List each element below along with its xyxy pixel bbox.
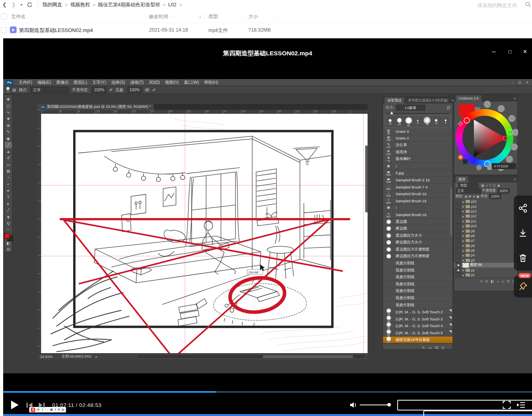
ps-menu-item[interactable]: 编辑(E) [37,80,51,85]
layers-footer-icon[interactable]: ◑ [497,279,499,283]
ps-tool[interactable]: T [5,194,12,201]
ps-tool[interactable]: ◉ [5,135,12,142]
visibility-toggle[interactable] [455,224,461,228]
expand-caret-icon[interactable]: ▶ [462,244,464,247]
brush-list-item[interactable]: 我是分割线 [383,295,453,302]
brush-list-item[interactable]: 柔边圆压力不透明度 [383,246,453,253]
brush-list-item[interactable]: 我是分割线 [383,302,453,309]
brush-list-item[interactable]: 80 (c)R. M. - G. S. Soft Touch 5 [383,329,453,337]
layer-fill-value[interactable]: 100% [489,194,501,199]
layers-footer-icon[interactable]: ▱ [502,279,504,283]
layers-footer-icon[interactable]: ⚯ [480,279,483,283]
brush-list-item[interactable]: 柔边圆 [383,218,453,226]
brush-list-item[interactable]: 640 Sampled Brush 19 [383,198,453,205]
layer-name[interactable]: 图层 59 [470,263,482,267]
ps-tool[interactable]: ╱ [5,142,12,149]
expand-caret-icon[interactable]: ▶ [462,230,464,232]
airbrush-icon[interactable]: ✐ [145,88,149,92]
layer-row[interactable]: ▶ p1 [454,273,517,277]
screen-mode-icon[interactable]: ⊡ [5,246,12,252]
ps-close-icon[interactable]: ✕ [526,81,529,85]
pin-icon[interactable] [518,281,528,292]
ps-restore-icon[interactable]: ⊡ [518,81,521,85]
ps-menu-item[interactable]: 文件(F) [19,80,32,85]
tab-brush-library[interactable]: 灵华西方画笔5.0 (经济版) [405,97,451,104]
layer-filter-icon[interactable]: ▢ [493,184,496,187]
opacity-pressure-icon[interactable]: ✐ [109,88,113,92]
brush-list-item[interactable]: ! [383,163,453,170]
brush-size-preset[interactable]: 26 [423,116,432,128]
quick-mask-icon[interactable]: ◧ [5,240,12,246]
visibility-toggle[interactable] [455,219,461,224]
playlist-icon[interactable] [516,401,526,408]
visibility-toggle[interactable] [455,214,461,218]
more-tools-icon[interactable]: ⋯ [5,226,12,232]
layer-name[interactable]: p9 [471,229,475,233]
layers-footer-icon[interactable]: ⊡ [507,279,509,283]
brush-list-scrollbar[interactable] [450,188,452,235]
ps-menu-item[interactable]: 帮助(H) [204,80,219,85]
tab-layers[interactable]: 图层 [456,176,468,183]
brush-list-item[interactable]: 997 Sampled Brush 18 [383,211,453,218]
flow-select[interactable]: 100% [127,87,142,93]
mark-button[interactable]: 标记NEW [397,400,532,410]
layer-row[interactable]: ◉ 图层 59 [454,263,517,267]
layer-row[interactable]: ▶ p5 [454,248,517,253]
next-button[interactable] [38,402,45,408]
expand-caret-icon[interactable]: ▶ [462,234,464,237]
brush-list-item[interactable]: 硬边圆压力大小 [383,239,453,247]
brush-list-item[interactable]: 我是分割线 [383,260,453,267]
ps-tool[interactable]: ◔ [5,174,12,181]
doc-hscrollbar[interactable] [138,355,364,358]
brush-size-value[interactable]: 14像素 [396,105,425,111]
breadcrumb-item[interactable]: 顾佳艺第4期基础色彩造型班 [98,2,160,8]
tab-coolorus[interactable]: Coolorus 2.5 [456,95,481,102]
ps-menu-item[interactable]: 3D(D) [149,80,160,85]
ps-tool[interactable]: ▭ [5,161,12,168]
layer-name[interactable]: p4 [471,253,475,257]
select-all-checkbox[interactable] [1,13,7,19]
back-icon[interactable]: ❮ [2,0,7,9]
refresh-icon[interactable] [27,2,32,8]
brush-list-item[interactable]: ! [383,205,453,212]
speed-button[interactable]: 倍速NEW [423,410,532,416]
brush-size-preset[interactable]: 11 [432,116,441,128]
brush-size-preset[interactable]: 14 [385,116,394,128]
brush-list-item[interactable]: 134 Grass 4 [383,135,453,142]
visibility-toggle[interactable] [455,273,461,277]
ps-menu-item[interactable]: 图层(L) [74,80,87,85]
brush-list-item[interactable]: 硬边圆压力不透明度 [383,253,453,260]
search-input[interactable]: 搜索我的网盘文件 [477,2,517,9]
blend-mode-select[interactable]: 正常 [30,87,69,93]
brush-size-preset[interactable]: 8 [441,116,450,128]
share-icon[interactable] [518,203,528,213]
expand-caret-icon[interactable]: ▶ [462,210,464,213]
volume-slider[interactable] [360,405,391,405]
column-modified-time[interactable]: 修改时间 [149,13,168,20]
maximize-button[interactable]: □ [508,49,511,55]
ps-menu-item[interactable]: 选择(S) [111,80,125,85]
visibility-toggle[interactable]: ◉ [455,263,461,267]
layers-menu-icon[interactable]: ≡ [514,177,516,181]
toggle-brush-panel-icon[interactable]: ▤ [12,88,16,92]
ps-tool[interactable]: ❖ [5,116,12,122]
visibility-toggle[interactable] [455,253,461,258]
layer-filter-icon[interactable]: ◉ [497,184,500,187]
file-row[interactable]: 第四期造型基础LESSON02.mp4 2021-05-31 14:18 mp4… [0,23,532,38]
expand-caret-icon[interactable]: ▶ [462,249,464,252]
layer-name[interactable]: p2 [471,268,475,272]
ps-tool[interactable]: ▸ [5,200,12,207]
ps-tool[interactable]: ⊞ [5,122,12,129]
minimize-button[interactable]: ─ [492,49,496,55]
ps-tool[interactable]: ▢ [5,103,12,109]
play-button[interactable] [11,401,19,409]
brush-list-item[interactable]: 14 (c)R. M. - G. S. Soft Touch 2 [383,309,453,316]
layer-name[interactable]: p5 [471,248,475,252]
brush-list-item[interactable]: 29 (c)R. M. - G. S. Soft Touch 4 [383,323,453,330]
ps-menu-item[interactable]: 图像(I) [56,80,68,85]
previous-button[interactable] [26,402,33,408]
brush-list-item[interactable]: 609 5.jpg [383,170,453,177]
brush-list-item[interactable]: 608 Sampled Brush 2 19 [383,177,453,184]
download-icon[interactable] [518,228,528,238]
brush-list-item[interactable]: 我是分割线 [383,274,453,281]
